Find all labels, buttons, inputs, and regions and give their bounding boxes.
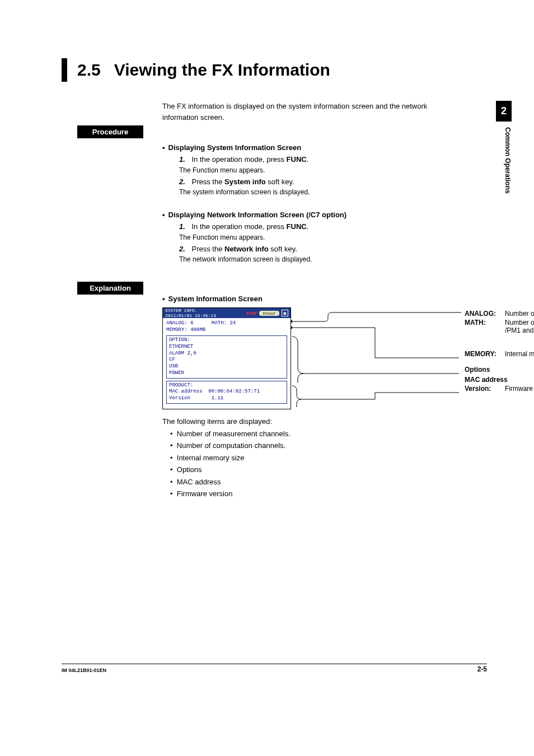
step-sub: The Function menu appears.: [179, 234, 453, 241]
screen-line: MAC address: [169, 389, 202, 394]
chapter-number: 2: [496, 101, 512, 122]
callout-mac: MAC address: [465, 376, 534, 384]
callout-memory: MEMORY:Internal memory size: [465, 350, 534, 358]
title-rule: [62, 58, 67, 82]
screen-line: ANALOG: 6: [166, 320, 194, 326]
screen-line: PRODUCT:: [169, 382, 284, 389]
screenshot-system-info: SYSTEM INFO.2011/01/01 18:45:13 DISP 1ho…: [162, 307, 291, 409]
screen-line: ALARM 2,0: [169, 351, 284, 357]
procedure-system-info: •Displaying System Information Screen 1.…: [162, 143, 453, 196]
step: 1. In the operation mode, press FUNC.: [179, 221, 453, 232]
step-text: .: [307, 222, 309, 231]
disp-icon: DISP: [246, 311, 257, 316]
bullet-heading: •Displaying Network Information Screen (…: [162, 211, 453, 219]
section-number: 2.5: [77, 60, 101, 80]
time-pill: 1hour: [259, 311, 279, 316]
callout-connectors: [291, 307, 465, 414]
footer-rule: [62, 664, 487, 664]
key-name: System info: [224, 178, 266, 186]
procedure-network-info: •Displaying Network Information Screen (…: [162, 211, 453, 263]
figure-with-callouts: SYSTEM INFO.2011/01/01 18:45:13 DISP 1ho…: [162, 307, 476, 409]
callout-analog: ANALOG:Number of measurement channels: [465, 310, 534, 318]
step-number: 2.: [179, 178, 185, 186]
list-item: • MAC address: [170, 477, 476, 488]
list-item: • Internal memory size: [170, 452, 476, 464]
page: 2 Common Operations 2.5 Viewing the FX I…: [0, 0, 534, 756]
lead-text: The following items are displayed:: [162, 416, 476, 427]
svg-point-1: [291, 326, 292, 329]
explanation-tag: Explanation: [77, 282, 143, 295]
section-title: Viewing the FX Information: [114, 60, 330, 80]
step-sub: The Function menu appears.: [179, 166, 453, 174]
step: 2. Press the System info soft key.: [179, 176, 453, 188]
callout-version: Version:Firmware version: [465, 385, 534, 393]
step-text: soft key.: [266, 178, 294, 186]
step-number: 2.: [179, 245, 185, 253]
section-title-block: 2.5 Viewing the FX Information: [62, 58, 330, 82]
footer-doc-id: IM 04L21B01-01EN: [62, 668, 106, 673]
list-item: • Number of computation channels.: [170, 440, 476, 451]
step-sub: The network information screen is displa…: [179, 255, 453, 263]
step-text: In the operation mode, press: [191, 155, 286, 164]
chapter-tab: 2 Common Operations: [496, 101, 512, 199]
key-name: Network info: [224, 245, 269, 253]
screen-line: 00:00:64:82:57:71: [208, 389, 260, 394]
items-displayed-block: The following items are displayed: • Num…: [162, 416, 476, 500]
callout-options: Options: [465, 366, 534, 374]
svg-point-0: [291, 320, 292, 323]
screen-line: OPTION:: [169, 337, 284, 344]
callout-math: MATH:Number of computation channels (/M1…: [465, 319, 534, 334]
step: 2. Press the Network info soft key.: [179, 244, 453, 255]
step-number: 1.: [179, 155, 185, 164]
screen-line: USB: [169, 363, 284, 370]
screen-header: SYSTEM INFO.2011/01/01 18:45:13 DISP 1ho…: [163, 308, 291, 318]
footer-page-number: 2-5: [477, 665, 487, 673]
step-text: Press the: [191, 245, 224, 253]
screen-option-box: OPTION: ETHERNET ALARM 2,0 CF USB POWER: [166, 335, 287, 378]
screen-line: POWER: [169, 370, 284, 377]
list-item: • Options: [170, 464, 476, 475]
screen-line: MEMORY: 400MB: [166, 327, 287, 334]
step-text: Press the: [191, 178, 224, 186]
explanation-section: •System Information Screen SYSTEM INFO.2…: [162, 295, 476, 500]
screen-line: Version: [169, 395, 190, 401]
bullet-heading: •Displaying System Information Screen: [162, 143, 453, 152]
camera-icon: ◙: [282, 310, 288, 316]
intro-paragraph: The FX information is displayed on the s…: [162, 101, 453, 123]
bullet-heading: •System Information Screen: [162, 295, 476, 303]
screen-title: SYSTEM INFO.2011/01/01 18:45:13: [165, 308, 216, 318]
screen-body: ANALOG: 6 MATH: 24 MEMORY: 400MB OPTION:…: [163, 318, 291, 406]
key-name: FUNC: [287, 155, 307, 164]
step: 1. In the operation mode, press FUNC.: [179, 154, 453, 165]
screen-line: CF: [169, 357, 284, 363]
list-item: • Firmware version: [170, 488, 476, 500]
step-text: In the operation mode, press: [191, 222, 286, 231]
screen-line: 1.11: [212, 395, 224, 401]
step-sub: The system information screen is display…: [179, 188, 453, 196]
chapter-label: Common Operations: [496, 122, 512, 199]
list-item: • Number of measurement channels.: [170, 428, 476, 440]
step-number: 1.: [179, 222, 185, 231]
screen-line: ETHERNET: [169, 344, 284, 351]
step-text: soft key.: [269, 245, 297, 253]
screen-line: MATH: 24: [212, 320, 236, 326]
callouts: ANALOG:Number of measurement channels MA…: [465, 310, 534, 394]
procedure-tag: Procedure: [77, 125, 143, 138]
screen-product-box: PRODUCT: MAC address 00:00:64:82:57:71 V…: [166, 381, 287, 404]
step-text: .: [307, 155, 309, 164]
key-name: FUNC: [287, 222, 307, 231]
